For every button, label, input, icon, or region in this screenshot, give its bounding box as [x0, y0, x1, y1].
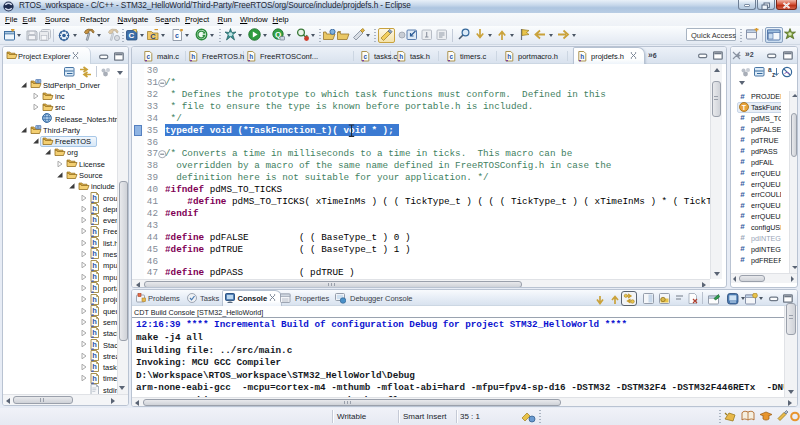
svg-text:C: C: [129, 31, 135, 40]
svg-text:#: #: [740, 233, 745, 242]
svg-text:h: h: [92, 318, 97, 327]
svg-text:T: T: [742, 104, 747, 111]
svg-text:h: h: [507, 52, 511, 59]
svg-text:h: h: [191, 52, 195, 59]
svg-text:#: #: [740, 190, 745, 199]
svg-text:#: #: [740, 255, 745, 264]
svg-text:h: h: [92, 306, 97, 315]
svg-text:c: c: [175, 32, 179, 39]
svg-text:#: #: [740, 168, 745, 177]
svg-text:#: #: [740, 179, 745, 188]
svg-text:h: h: [92, 205, 97, 214]
svg-text:C: C: [150, 32, 156, 41]
svg-text:c: c: [363, 52, 367, 59]
svg-text:#: #: [740, 244, 745, 253]
svg-text:h: h: [92, 272, 97, 281]
svg-text:h: h: [399, 52, 403, 59]
svg-text:h: h: [92, 250, 97, 259]
svg-text:h: h: [92, 193, 97, 202]
svg-text:h: h: [92, 295, 97, 304]
svg-text:c: c: [449, 52, 453, 59]
svg-text:#: #: [740, 157, 745, 166]
svg-text:#: #: [740, 135, 745, 144]
svg-text:h: h: [92, 216, 97, 225]
svg-text:h: h: [92, 227, 97, 236]
svg-text:h: h: [92, 329, 97, 338]
svg-text:h: h: [92, 238, 97, 247]
svg-text:#: #: [740, 124, 745, 133]
svg-text:#: #: [740, 146, 745, 155]
svg-text:c: c: [146, 52, 150, 59]
svg-text:#: #: [740, 92, 745, 101]
svg-text:#: #: [740, 113, 745, 122]
svg-text:#: #: [740, 222, 745, 231]
svg-text:#: #: [740, 211, 745, 220]
svg-text:h: h: [92, 374, 97, 383]
svg-text:#: #: [740, 201, 745, 210]
svg-text:h: h: [92, 340, 97, 349]
svg-text:h: h: [92, 363, 97, 372]
svg-text:h: h: [249, 52, 253, 59]
svg-text:h: h: [92, 284, 97, 293]
svg-text:h: h: [92, 261, 97, 270]
svg-text:h: h: [92, 351, 97, 360]
svg-text:h: h: [580, 52, 584, 59]
